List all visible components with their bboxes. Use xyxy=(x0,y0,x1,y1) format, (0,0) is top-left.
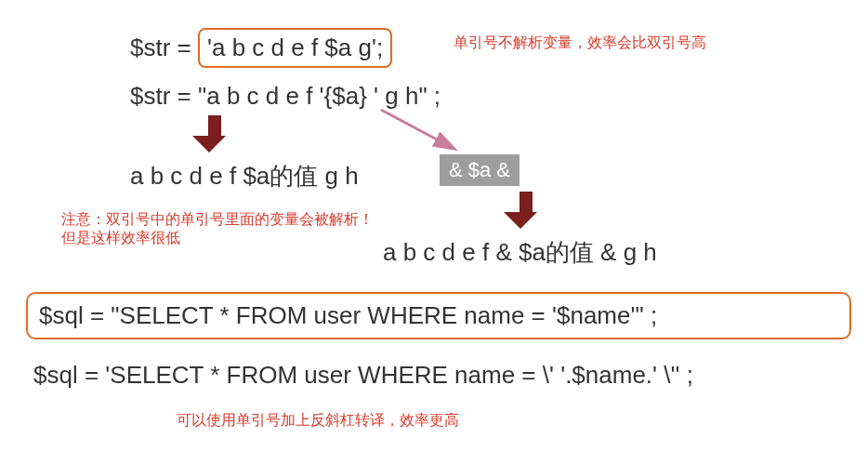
output-line-2: a b c d e f & $a的值 & g h xyxy=(383,236,657,269)
note-double-quote-a: 注意：双引号中的单引号里面的变量会被解析！ xyxy=(61,210,374,230)
note-double-quote-b: 但是这样效率很低 xyxy=(61,229,180,248)
boxed-single-quote-literal: 'a b c d e f $a g'; xyxy=(198,28,392,68)
gray-box-text: & $a & xyxy=(440,154,519,186)
output-line-1: a b c d e f $a的值 g h xyxy=(130,160,359,193)
note-single-quote: 单引号不解析变量，效率会比双引号高 xyxy=(454,33,706,53)
code-line-1: $str = 'a b c d e f $a g'; xyxy=(130,28,392,68)
arrow-down-icon-2 xyxy=(514,192,537,229)
sql-line-1: $sql = "SELECT * FROM user WHERE name = … xyxy=(39,301,657,329)
gray-placeholder-box: & $a & xyxy=(440,154,519,186)
arrow-diagonal-icon xyxy=(367,102,479,158)
line1-prefix: $str = xyxy=(130,33,198,61)
note-escape: 可以使用单引号加上反斜杠转译，效率更高 xyxy=(177,411,459,431)
arrow-down-icon xyxy=(203,115,226,153)
svg-line-0 xyxy=(381,110,451,147)
sql-double-quote-box: $sql = "SELECT * FROM user WHERE name = … xyxy=(26,292,851,339)
sql-line-2: $sql = 'SELECT * FROM user WHERE name = … xyxy=(33,361,693,390)
